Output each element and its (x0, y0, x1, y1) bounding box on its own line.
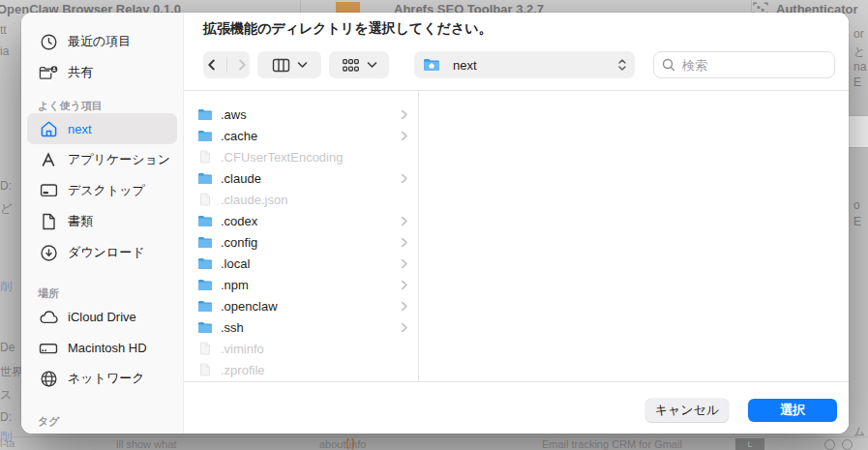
group-by-button[interactable] (329, 51, 389, 78)
sidebar-item-label: Macintosh HD (68, 341, 147, 355)
sidebar-item[interactable]: 書類 (27, 206, 177, 237)
sidebar-section-header: タグ (27, 409, 177, 429)
background-text-fragment: ia (0, 45, 9, 58)
background-text-fragment: or (853, 27, 864, 41)
file-row[interactable]: .ssh (184, 316, 418, 338)
select-button[interactable]: 選択 (748, 399, 837, 422)
sidebar-item[interactable]: iCloud Drive (27, 301, 177, 332)
file-row[interactable]: .claude.json (184, 189, 418, 210)
bg-shortcut-badge: L (735, 438, 764, 450)
background-text-fragment: と (853, 44, 865, 60)
sidebar-item[interactable]: 共有 (27, 57, 177, 88)
file-row[interactable]: .aws (184, 104, 418, 125)
empty-column (419, 91, 849, 381)
dialog-title: 拡張機能のディレクトリを選択してください。 (184, 20, 849, 36)
dialog-content: 拡張機能のディレクトリを選択してください。 next (184, 13, 849, 434)
document-icon (38, 213, 59, 230)
chevron-down-icon (367, 61, 377, 69)
file-row-name: .claude.json (221, 193, 393, 207)
search-field[interactable] (653, 51, 835, 78)
chevron-right-icon (401, 237, 408, 248)
bg-extension-logo (344, 436, 356, 450)
background-text-fragment: ど (0, 200, 12, 217)
file-row-name: .viminfo (221, 342, 393, 356)
download-icon (38, 244, 59, 262)
updown-chevrons-icon (617, 58, 627, 72)
file-row[interactable]: .local (184, 253, 418, 274)
app-store-icon (38, 151, 59, 168)
sidebar-item[interactable]: ネットワーク (27, 363, 177, 394)
file-picker-dialog: 最近の項目 共有 よく使う項目 next アプリケーション (21, 13, 849, 434)
file-row-name: .zprofile (221, 363, 393, 377)
file-row[interactable]: .npm (184, 274, 418, 295)
file-icon (197, 342, 213, 355)
columns-view-icon (272, 58, 290, 73)
home-icon (38, 120, 59, 137)
sidebar-item[interactable]: Macintosh HD (27, 332, 177, 363)
bg-mini-icon (842, 439, 853, 450)
hard-drive-icon (38, 341, 59, 355)
sidebar-item[interactable]: next (27, 113, 177, 144)
screen: OpenClaw Browser Relay 0.1.0 Ahrefs SEO … (0, 0, 868, 450)
folder-icon (197, 300, 213, 313)
file-row-name: .openclaw (221, 299, 393, 314)
background-text-fragment: l-ta (0, 437, 15, 449)
sidebar-item[interactable]: ダウンロード (27, 237, 177, 268)
toolbar: next (184, 51, 849, 78)
search-icon (662, 58, 675, 72)
chevron-right-icon (401, 280, 408, 290)
file-row-name: .npm (221, 278, 393, 292)
forward-button[interactable] (234, 57, 250, 73)
sidebar-item-label: ダウンロード (68, 244, 145, 261)
background-text-fragment: na (853, 60, 866, 74)
desktop-icon (38, 183, 59, 198)
background-text-fragment: tt (0, 23, 7, 37)
file-row[interactable]: .zprofile (184, 359, 418, 380)
sidebar-item[interactable]: デスクトップ (27, 175, 177, 206)
file-row[interactable]: .cache (184, 125, 418, 146)
chevron-down-icon (297, 61, 308, 69)
file-row-name: .codex (221, 214, 393, 228)
folder-icon (197, 257, 213, 270)
chevron-right-icon (401, 301, 408, 312)
history-nav-group (203, 51, 250, 78)
cancel-button[interactable]: キャンセル (645, 399, 729, 422)
file-browser: .aws .cache .CFUserTextEncoding (184, 90, 849, 382)
location-popup[interactable]: next (414, 51, 635, 78)
file-row-name: .CFUserTextEncoding (221, 150, 393, 165)
file-row[interactable]: .codex (184, 210, 418, 231)
sidebar-item-label: iCloud Drive (68, 310, 136, 324)
background-text-fragment: E (853, 215, 861, 228)
file-icon (197, 363, 213, 376)
chevron-right-icon (401, 173, 408, 184)
view-mode-button[interactable] (257, 51, 321, 78)
background-text-fragment: D: (0, 410, 12, 424)
bg-mini-icon (824, 439, 835, 450)
sidebar-section-header: 場所 (27, 282, 177, 301)
sidebar-item-label: アプリケーション (68, 151, 170, 168)
sidebar-item-label: 書類 (68, 213, 93, 230)
folder-icon (197, 130, 213, 142)
background-text-fragment: 世界 (0, 364, 23, 380)
background-text-fragment: ム (853, 424, 865, 440)
file-row[interactable]: .openclaw (184, 295, 418, 316)
search-input[interactable] (680, 57, 826, 74)
background-text-fragment: ill show what (116, 438, 176, 450)
sidebar-item[interactable]: アプリケーション (27, 144, 177, 175)
file-row[interactable]: .claude (184, 167, 418, 189)
file-icon (197, 193, 213, 206)
clock-icon (38, 33, 59, 51)
chevron-right-icon (401, 131, 408, 141)
back-button[interactable] (204, 57, 220, 73)
sidebar-item-label: 最近の項目 (68, 33, 131, 50)
file-row-name: .ssh (221, 320, 393, 335)
file-row[interactable]: .config (184, 231, 418, 253)
background-text-fragment: De (0, 341, 15, 354)
sidebar-item[interactable]: 最近の項目 (27, 26, 177, 57)
file-row-name: .claude (221, 171, 393, 186)
chevron-right-icon (401, 322, 408, 333)
file-row[interactable]: .CFUserTextEncoding (184, 146, 418, 167)
location-popup-value: next (453, 58, 477, 73)
file-row-name: .local (221, 256, 393, 271)
file-row[interactable]: .viminfo (184, 338, 418, 359)
